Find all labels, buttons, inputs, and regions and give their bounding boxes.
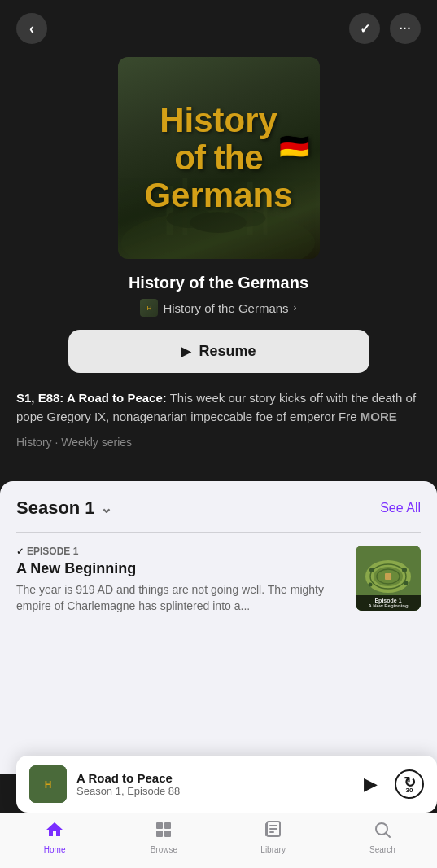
- play-icon: ▶: [181, 344, 190, 359]
- episode-title: A New Beginning: [16, 560, 346, 577]
- svg-line-30: [386, 834, 390, 838]
- mini-player-info: A Road to Peace Season 1, Episode 88: [76, 771, 347, 797]
- thumb-label: Episode 1 A New Beginning: [356, 595, 421, 611]
- season-title[interactable]: Season 1 ⌄: [16, 498, 112, 519]
- podcast-channel[interactable]: H History of the Germans ›: [16, 299, 421, 317]
- svg-rect-13: [385, 573, 391, 580]
- artwork-title: History of the 🇩🇪 Germans: [144, 102, 292, 215]
- tab-search[interactable]: Search: [328, 820, 437, 854]
- back-icon: ‹: [29, 20, 34, 37]
- svg-rect-23: [164, 831, 171, 837]
- tab-library[interactable]: Library: [219, 820, 328, 854]
- mini-player-subtitle: Season 1, Episode 88: [76, 785, 347, 797]
- svg-text:H: H: [45, 779, 52, 791]
- check-icon: ✓: [360, 21, 370, 37]
- mini-play-button[interactable]: ▶: [357, 771, 383, 797]
- more-button-inline[interactable]: MORE: [361, 410, 397, 423]
- white-section: Season 1 ⌄ See All ✓ EPISODE 1 A New Beg…: [0, 481, 437, 774]
- episode-thumbnail: Episode 1 A New Beginning: [356, 546, 421, 611]
- more-icon: ···: [400, 22, 412, 35]
- header-buttons: ‹ ✓ ···: [0, 0, 437, 57]
- podcast-title-area: History of the Germans H History of the …: [0, 274, 437, 317]
- svg-rect-22: [156, 831, 163, 837]
- library-icon: [264, 820, 283, 843]
- svg-rect-28: [265, 823, 267, 836]
- svg-rect-27: [269, 831, 274, 833]
- episode-preview: The year is 919 AD and things are not go…: [16, 582, 346, 614]
- tab-search-label: Search: [369, 845, 395, 854]
- tab-browse[interactable]: Browse: [109, 820, 218, 854]
- mini-player[interactable]: H A Road to Peace Season 1, Episode 88 ▶…: [16, 756, 437, 813]
- tab-bar: Home Browse Library: [0, 813, 437, 868]
- resume-label: Resume: [199, 343, 256, 360]
- skip-forward-button[interactable]: ↻ 30: [395, 769, 424, 799]
- more-button[interactable]: ···: [390, 13, 421, 44]
- episode-number-label: ✓ EPISODE 1: [16, 546, 346, 557]
- svg-point-16: [369, 583, 373, 587]
- tab-browse-label: Browse: [151, 845, 177, 854]
- season-header: Season 1 ⌄ See All: [16, 498, 421, 519]
- episode-info: ✓ EPISODE 1 A New Beginning The year is …: [16, 546, 346, 614]
- svg-rect-26: [269, 828, 277, 830]
- episode-description: S1, E88: A Road to Peace: This week our …: [0, 389, 437, 436]
- channel-avatar: H: [140, 299, 158, 317]
- chevron-right-icon: ›: [294, 302, 297, 313]
- svg-rect-20: [156, 822, 163, 829]
- podcast-main-title: History of the Germans: [16, 274, 421, 292]
- svg-rect-25: [269, 825, 277, 826]
- see-all-button[interactable]: See All: [380, 501, 421, 515]
- season-label: Season 1: [16, 498, 95, 519]
- svg-point-7: [190, 212, 246, 233]
- home-icon: [45, 820, 64, 843]
- episode-tags: History · Weekly series: [0, 436, 437, 449]
- divider: [16, 532, 421, 533]
- episode-list-item[interactable]: ✓ EPISODE 1 A New Beginning The year is …: [16, 546, 421, 614]
- skip-seconds: 30: [406, 787, 413, 794]
- svg-rect-21: [164, 822, 171, 829]
- flag-emoji: 🇩🇪: [279, 133, 309, 160]
- mini-player-thumbnail: H: [29, 765, 67, 803]
- browse-icon: [154, 820, 173, 843]
- svg-point-14: [369, 568, 374, 572]
- podcast-artwork: History of the 🇩🇪 Germans: [118, 57, 320, 259]
- resume-button[interactable]: ▶ Resume: [68, 330, 369, 373]
- mini-player-title: A Road to Peace: [76, 771, 347, 785]
- hero-section: ‹ ✓ ··· H: [0, 0, 437, 465]
- tab-library-label: Library: [260, 845, 286, 854]
- tab-home[interactable]: Home: [0, 820, 109, 854]
- episode-title-bold: S1, E88: A Road to Peace:: [16, 391, 167, 405]
- tab-home-label: Home: [44, 845, 66, 854]
- episode-number: EPISODE 1: [27, 546, 78, 557]
- svg-point-17: [404, 581, 409, 585]
- checkmark-icon: ✓: [16, 546, 24, 557]
- channel-name: History of the Germans: [163, 301, 288, 315]
- svg-point-15: [402, 568, 407, 572]
- mini-player-controls: ▶ ↻ 30: [357, 769, 424, 799]
- dropdown-arrow-icon: ⌄: [100, 499, 112, 517]
- check-button[interactable]: ✓: [349, 13, 380, 44]
- search-icon: [373, 820, 392, 843]
- header-right-buttons: ✓ ···: [349, 13, 421, 44]
- artwork-background: History of the 🇩🇪 Germans: [118, 57, 320, 259]
- back-button[interactable]: ‹: [16, 13, 47, 44]
